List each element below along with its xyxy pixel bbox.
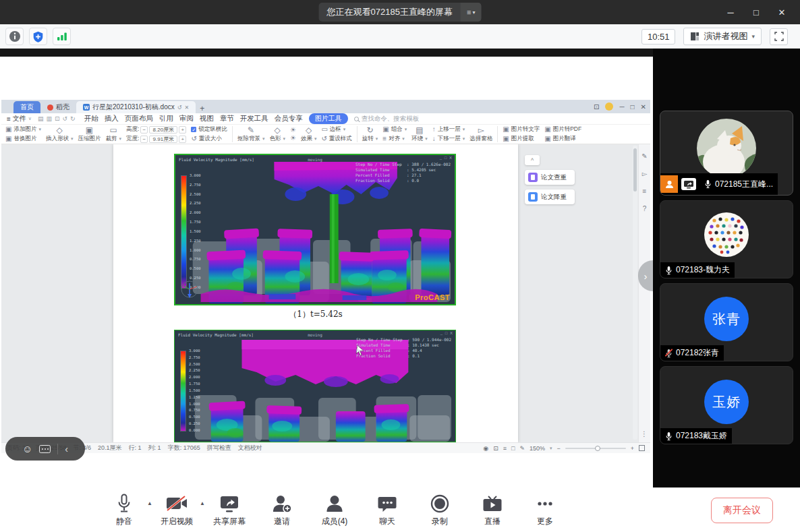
document-scrollbar[interactable]	[633, 146, 637, 440]
live-stream-button[interactable]: 直播	[475, 493, 510, 527]
share-screen-button[interactable]: 共享屏幕	[212, 493, 247, 527]
wrap-button[interactable]: ▤环绕▾	[411, 126, 428, 143]
reset-style-button[interactable]: ↺重设样式	[321, 135, 351, 143]
menu-start[interactable]: 开始	[84, 114, 98, 123]
network-quality-button[interactable]	[53, 28, 71, 45]
wps-minimize-button[interactable]: ─	[619, 103, 624, 111]
command-search[interactable]: 查找命令、搜索模板	[354, 115, 420, 123]
participant-tile-3[interactable]: 张青 072182张青	[660, 283, 793, 361]
zoom-level[interactable]: 150%	[530, 445, 545, 452]
outline-view-icon[interactable]: ≡	[503, 445, 507, 452]
more-button[interactable]: 更多	[527, 493, 563, 527]
zoom-slider[interactable]	[565, 448, 626, 449]
menu-section[interactable]: 章节	[220, 114, 234, 123]
web-view-icon[interactable]: □	[511, 445, 515, 452]
menu-review[interactable]: 审阅	[179, 114, 194, 123]
mute-button[interactable]: 静音 ▲	[107, 493, 142, 527]
selection-pane-button[interactable]: ▻选择窗格	[469, 126, 492, 143]
brightness-down-icon[interactable]: ☀	[290, 135, 296, 142]
members-button[interactable]: 成员(4)	[317, 493, 352, 527]
wps-maximize-button[interactable]: □	[631, 103, 635, 111]
emoji-reaction-button[interactable]: ☺	[22, 444, 32, 454]
mic-options-button[interactable]: ▲	[147, 500, 152, 506]
pic-translate-button[interactable]: ▣图片翻译	[544, 135, 581, 143]
maximize-button[interactable]: □	[743, 0, 769, 24]
collapse-tools-button[interactable]: ^	[525, 155, 540, 165]
meeting-info-button[interactable]	[5, 28, 24, 45]
add-image-button[interactable]: ▣添加图片▾	[5, 125, 41, 134]
zoom-slider-knob[interactable]	[595, 446, 600, 451]
adjust-sliders-icon[interactable]: ≡	[643, 187, 647, 195]
participant-tile-1[interactable]: 072185王直峰...	[660, 111, 793, 196]
wps-tab-document[interactable]: W 行星架20210310-初稿.docx ↺ ✕	[76, 101, 196, 113]
help-icon[interactable]: ?	[643, 205, 647, 212]
grid-icon[interactable]: ⊡	[594, 103, 599, 111]
color-button[interactable]: ◇色彩▾	[269, 126, 285, 143]
rotate-button[interactable]: ↻旋转▾	[362, 126, 378, 143]
file-menu[interactable]: ≡文件∨	[7, 114, 32, 123]
group-button[interactable]: ▣组合▾	[382, 125, 407, 134]
invite-button[interactable]: 邀请	[264, 493, 299, 527]
annotate-pen-icon[interactable]: ✎	[641, 152, 647, 160]
video-options-button[interactable]: ▲	[200, 500, 205, 506]
close-button[interactable]: ✕	[769, 0, 795, 24]
start-video-button[interactable]: 开启视频 ▲	[159, 493, 194, 527]
caption-button[interactable]	[39, 445, 51, 453]
send-backward-button[interactable]: ↓下移一层▾	[432, 135, 465, 143]
menu-developer[interactable]: 开发工具	[240, 114, 268, 123]
leave-meeting-button[interactable]: 离开会议	[711, 498, 773, 523]
zoom-in-button[interactable]: +	[631, 445, 634, 452]
effects-button[interactable]: ◇效果▾	[301, 126, 317, 143]
quick-access-icons[interactable]: ▤▥⊡↺↻	[38, 115, 78, 122]
proofread-button[interactable]: 文档校对	[238, 444, 262, 452]
paper-reduce-button[interactable]: 论文降重	[525, 189, 575, 204]
fit-page-icon[interactable]	[639, 445, 645, 451]
spellcheck-button[interactable]: 拼写检查	[207, 444, 231, 452]
banner-menu-button[interactable]: ≡ ▾	[461, 3, 481, 22]
wps-account-avatar[interactable]	[605, 102, 613, 111]
wps-tab-home[interactable]: 首页	[13, 101, 40, 113]
chat-button[interactable]: 聊天	[370, 493, 405, 527]
doc-close-icon[interactable]: ✕	[184, 105, 189, 111]
new-tab-button[interactable]: +	[200, 104, 204, 113]
border-button[interactable]: ▭边框▾	[321, 125, 351, 134]
reset-size-button[interactable]: ↺重设大小	[191, 135, 227, 143]
participant-tile-2[interactable]: 072183-魏力夫	[660, 200, 793, 278]
height-stepper[interactable]: 高度:−8.20厘米+	[126, 125, 186, 134]
page-view-icon[interactable]: ⊡	[493, 445, 498, 452]
wps-close-button[interactable]: ✕	[641, 103, 646, 111]
insert-shape-button[interactable]: ◇插入形状▾	[46, 126, 74, 143]
brightness-up-icon[interactable]: ☀	[290, 127, 296, 134]
menu-insert[interactable]: 插入	[105, 114, 119, 123]
wps-tab-docer[interactable]: 稻壳	[40, 101, 76, 113]
simulation-image-1[interactable]: Fluid Velocity Magnitude [mm/s] moving _…	[174, 154, 456, 305]
crop-button[interactable]: ▭裁剪▾	[105, 126, 121, 143]
align-button[interactable]: ≡对齐▾	[382, 135, 407, 143]
select-cursor-icon[interactable]: ▻	[642, 170, 648, 177]
minimize-button[interactable]: ─	[718, 0, 743, 24]
side-more-icon[interactable]: ⋮	[641, 430, 648, 438]
menu-page-layout[interactable]: 页面布局	[125, 114, 153, 123]
compress-image-button[interactable]: ▣压缩图片	[78, 126, 101, 143]
pic-to-pdf-button[interactable]: ▣图片转PDF	[544, 125, 581, 134]
scrollbar-thumb[interactable]	[633, 148, 637, 191]
pic-extract-button[interactable]: ▣图片提取	[503, 135, 540, 143]
view-mode-select[interactable]: 演讲者视图 ▾	[683, 28, 762, 45]
simulation-image-2[interactable]: Fluid Velocity Magnitude [mm/s] moving _…	[174, 330, 456, 442]
replace-image-button[interactable]: ▣替换图片	[5, 135, 41, 143]
fullscreen-button[interactable]	[770, 28, 788, 45]
picture-tools-tab[interactable]: 图片工具	[309, 113, 348, 124]
zoom-out-button[interactable]: −	[556, 445, 560, 452]
menu-membership[interactable]: 会员专享	[275, 114, 303, 123]
menu-references[interactable]: 引用	[159, 114, 173, 123]
collapse-overlay-button[interactable]: ‹	[65, 444, 68, 454]
security-button[interactable]	[29, 28, 47, 45]
pic-to-text-button[interactable]: ▣图片转文字	[503, 125, 540, 134]
bring-forward-button[interactable]: ↑上移一层▾	[432, 125, 465, 134]
edit-view-icon[interactable]: ✎	[519, 445, 525, 452]
paper-check-button[interactable]: 论文查重	[525, 170, 575, 185]
eye-protect-icon[interactable]: ◉	[483, 445, 488, 452]
width-stepper[interactable]: 宽度:−9.91厘米+	[126, 135, 186, 143]
menu-view[interactable]: 视图	[200, 114, 214, 123]
remove-background-button[interactable]: ✎抠除背景▾	[237, 126, 265, 143]
